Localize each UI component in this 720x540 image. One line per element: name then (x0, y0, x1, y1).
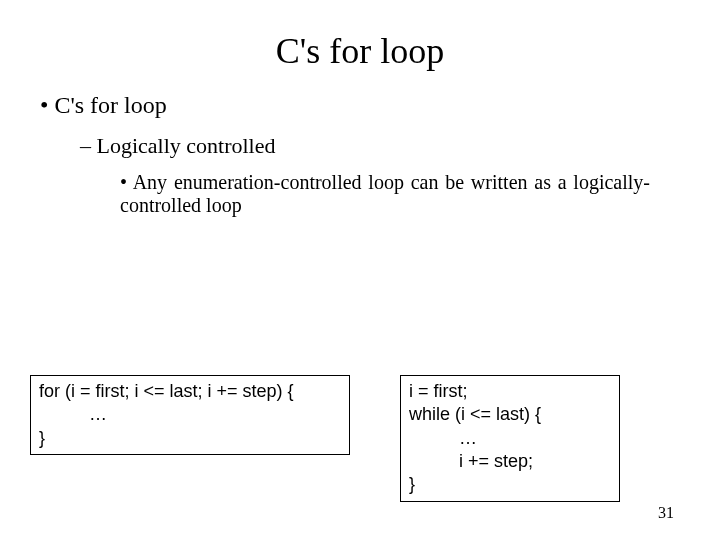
bullet-level3: Any enumeration-controlled loop can be w… (120, 171, 650, 217)
slide-title: C's for loop (40, 30, 680, 72)
slide-container: C's for loop C's for loop Logically cont… (0, 0, 720, 540)
code-box-for: for (i = first; i <= last; i += step) { … (30, 375, 350, 455)
code-row: for (i = first; i <= last; i += step) { … (30, 375, 690, 510)
page-number: 31 (658, 504, 674, 522)
code-box-while: i = first; while (i <= last) { … i += st… (400, 375, 620, 502)
bullet-level2: Logically controlled (80, 133, 680, 159)
bullet-level1: C's for loop (40, 92, 680, 119)
